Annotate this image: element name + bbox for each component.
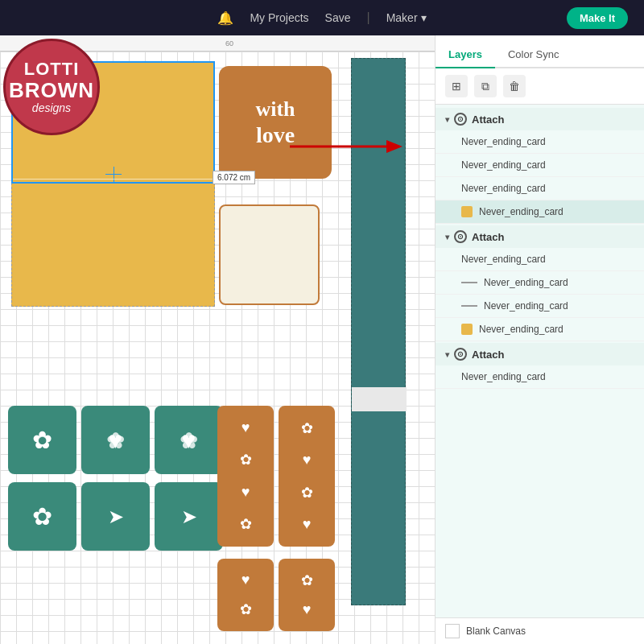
measurement-label: 6.072 cm bbox=[213, 171, 255, 184]
teal-card-heart1[interactable]: ♥ bbox=[81, 406, 150, 474]
save-button[interactable]: Save bbox=[325, 11, 351, 24]
maker-dropdown[interactable]: Maker ▾ bbox=[386, 11, 427, 24]
teal-card-arrow2[interactable]: ➤ bbox=[155, 482, 223, 551]
ruler-mark-60: 60 bbox=[225, 39, 233, 47]
right-panel: Layers Color Sync ⊞ ⧉ 🗑 ▾ ⊙ Attach Never… bbox=[435, 35, 644, 644]
logo-lotti: LOTTI bbox=[24, 60, 80, 79]
layers-duplicate-button[interactable]: ⧉ bbox=[474, 75, 497, 97]
layer-item-3-1[interactable]: Never_ending_card bbox=[436, 365, 644, 389]
layer-group-1: ▾ ⊙ Attach Never_ending_card Never_endin… bbox=[436, 108, 644, 224]
top-nav: 🔔 My Projects Save | Maker ▾ Make It bbox=[0, 0, 644, 35]
chevron-down-icon: ▾ bbox=[445, 115, 449, 124]
blank-canvas-item[interactable]: Blank Canvas bbox=[436, 617, 644, 644]
tab-color-sync[interactable]: Color Sync bbox=[495, 42, 572, 67]
layers-add-button[interactable]: ⊞ bbox=[445, 75, 468, 97]
layers-delete-button[interactable]: 🗑 bbox=[503, 75, 526, 97]
group-3-label: Attach bbox=[472, 349, 504, 361]
layer-group-3-header[interactable]: ▾ ⊙ Attach bbox=[436, 343, 644, 365]
logo-designs: designs bbox=[32, 102, 71, 114]
layer-group-2-header[interactable]: ▾ ⊙ Attach bbox=[436, 225, 644, 248]
brown-with-love-card[interactable]: with love bbox=[219, 66, 332, 179]
layer-group-3: ▾ ⊙ Attach Never_ending_card bbox=[436, 343, 644, 389]
group-1-label: Attach bbox=[472, 114, 504, 126]
layer-group-2: ▾ ⊙ Attach Never_ending_card Never_endin… bbox=[436, 225, 644, 341]
teal-card-flower2[interactable]: ✿ bbox=[8, 482, 76, 551]
brown-strips-2: ♥ ✿ ✿ ♥ bbox=[217, 559, 335, 631]
panel-tabs: Layers Color Sync bbox=[436, 35, 644, 68]
teal-card-flower1[interactable]: ✿ bbox=[8, 406, 76, 474]
attach-icon-1: ⊙ bbox=[454, 113, 467, 126]
brown-strips-1: ♥ ✿ ♥ ✿ ✿ ♥ ✿ ♥ bbox=[217, 406, 335, 547]
teal-cards-row1: ✿ ♥ ♥ bbox=[8, 406, 223, 474]
logo-brown: BROWN bbox=[9, 79, 94, 102]
bell-icon[interactable]: 🔔 bbox=[217, 10, 233, 26]
brown-strip-bot2[interactable]: ✿ ♥ bbox=[279, 559, 335, 631]
logo-circle: LOTTI BROWN designs bbox=[3, 39, 100, 135]
layer-item-1-2[interactable]: Never_ending_card bbox=[436, 154, 644, 177]
tab-layers[interactable]: Layers bbox=[436, 42, 495, 67]
attach-icon-2: ⊙ bbox=[454, 230, 467, 243]
attach-icon-3: ⊙ bbox=[454, 348, 467, 361]
blank-canvas-label: Blank Canvas bbox=[466, 625, 526, 637]
maker-chevron-icon: ▾ bbox=[421, 11, 427, 24]
chevron-down-icon-3: ▾ bbox=[445, 350, 449, 359]
layer-item-2-3[interactable]: Never_ending_card bbox=[436, 295, 644, 318]
group-2-label: Attach bbox=[472, 231, 504, 243]
brown-strip-flower[interactable]: ✿ ♥ ✿ ♥ bbox=[279, 406, 335, 547]
layer-dash-2 bbox=[461, 305, 477, 307]
layer-item-1-3[interactable]: Never_ending_card bbox=[436, 177, 644, 200]
maker-label: Maker bbox=[386, 11, 418, 24]
teal-cards-row2: ✿ ➤ ➤ bbox=[8, 482, 223, 551]
blank-canvas-swatch bbox=[445, 624, 460, 638]
cream-square[interactable] bbox=[219, 204, 320, 305]
teal-card-heart2[interactable]: ♥ bbox=[155, 406, 223, 474]
layer-swatch-yellow bbox=[461, 206, 473, 217]
my-projects-link[interactable]: My Projects bbox=[250, 11, 308, 24]
teal-tall-shape[interactable] bbox=[351, 58, 406, 605]
layer-item-1-4[interactable]: Never_ending_card bbox=[436, 200, 644, 224]
layer-item-1-1[interactable]: Never_ending_card bbox=[436, 130, 644, 154]
brown-strip-heart[interactable]: ♥ ✿ ♥ ✿ bbox=[217, 406, 274, 547]
panel-toolbar: ⊞ ⧉ 🗑 bbox=[436, 68, 644, 105]
teal-card-arrow1[interactable]: ➤ bbox=[81, 482, 150, 551]
layer-list: ▾ ⊙ Attach Never_ending_card Never_endin… bbox=[436, 105, 644, 617]
layer-dash-1 bbox=[461, 282, 477, 283]
chevron-down-icon-2: ▾ bbox=[445, 233, 449, 242]
card-text: with love bbox=[255, 97, 295, 149]
main-area: 60 LOTTI BROWN designs with love bbox=[0, 35, 644, 644]
make-it-button[interactable]: Make It bbox=[567, 7, 628, 29]
brown-strip-bot1[interactable]: ♥ ✿ bbox=[217, 559, 274, 631]
layer-swatch-yellow-2 bbox=[461, 324, 473, 335]
layer-group-1-header[interactable]: ▾ ⊙ Attach bbox=[436, 108, 644, 130]
layer-item-2-4[interactable]: Never_ending_card bbox=[436, 318, 644, 341]
nav-divider: | bbox=[366, 10, 369, 25]
canvas-area[interactable]: 60 LOTTI BROWN designs with love bbox=[0, 35, 435, 644]
layer-item-2-2[interactable]: Never_ending_card bbox=[436, 271, 644, 295]
layer-item-2-1[interactable]: Never_ending_card bbox=[436, 248, 644, 271]
